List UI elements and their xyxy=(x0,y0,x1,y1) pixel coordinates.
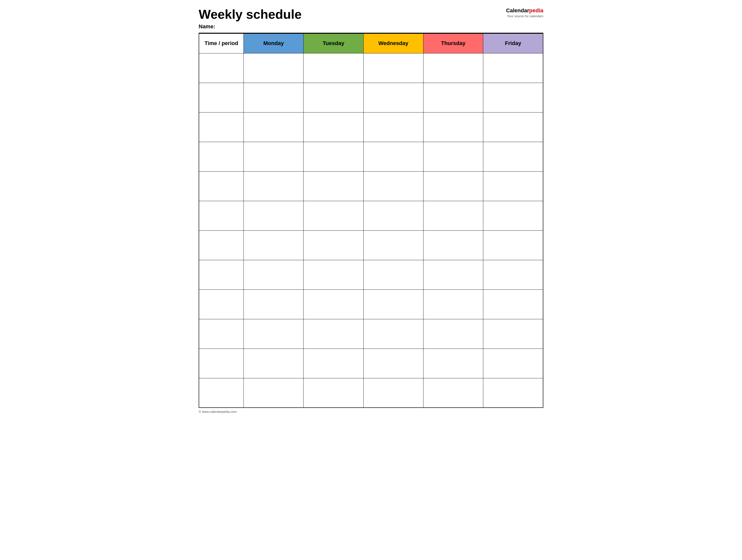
schedule-cell[interactable] xyxy=(304,201,363,230)
time-cell[interactable] xyxy=(199,53,244,83)
schedule-cell[interactable] xyxy=(304,171,363,201)
schedule-cell[interactable] xyxy=(244,142,304,171)
schedule-cell[interactable] xyxy=(304,230,363,260)
schedule-cell[interactable] xyxy=(363,348,423,378)
schedule-cell[interactable] xyxy=(483,83,543,112)
schedule-cell[interactable] xyxy=(244,201,304,230)
schedule-cell[interactable] xyxy=(483,260,543,289)
schedule-cell[interactable] xyxy=(304,378,363,408)
col-time-label: Time / period xyxy=(205,40,238,46)
table-row xyxy=(199,201,543,230)
col-header-time: Time / period xyxy=(199,34,244,53)
table-row xyxy=(199,348,543,378)
schedule-cell[interactable] xyxy=(423,378,483,408)
schedule-cell[interactable] xyxy=(244,348,304,378)
schedule-cell[interactable] xyxy=(483,171,543,201)
table-row xyxy=(199,53,543,83)
schedule-cell[interactable] xyxy=(304,260,363,289)
schedule-cell[interactable] xyxy=(483,112,543,142)
schedule-cell[interactable] xyxy=(363,289,423,319)
schedule-cell[interactable] xyxy=(423,260,483,289)
time-cell[interactable] xyxy=(199,230,244,260)
schedule-cell[interactable] xyxy=(244,171,304,201)
time-cell[interactable] xyxy=(199,171,244,201)
schedule-cell[interactable] xyxy=(483,319,543,348)
table-header-row: Time / period Monday Tuesday Wednesday T… xyxy=(199,34,543,53)
col-wednesday-label: Wednesday xyxy=(378,40,409,46)
logo-subtitle: Your source for calendars xyxy=(506,14,543,18)
col-thursday-label: Thursday xyxy=(441,40,466,46)
schedule-cell[interactable] xyxy=(423,53,483,83)
schedule-cell[interactable] xyxy=(244,319,304,348)
col-header-friday: Friday xyxy=(483,34,543,53)
schedule-cell[interactable] xyxy=(304,112,363,142)
schedule-cell[interactable] xyxy=(304,83,363,112)
schedule-cell[interactable] xyxy=(304,289,363,319)
schedule-cell[interactable] xyxy=(423,171,483,201)
schedule-cell[interactable] xyxy=(363,83,423,112)
schedule-cell[interactable] xyxy=(423,348,483,378)
time-cell[interactable] xyxy=(199,112,244,142)
schedule-cell[interactable] xyxy=(304,348,363,378)
schedule-cell[interactable] xyxy=(423,201,483,230)
schedule-cell[interactable] xyxy=(363,53,423,83)
table-row xyxy=(199,230,543,260)
schedule-cell[interactable] xyxy=(483,348,543,378)
schedule-cell[interactable] xyxy=(363,260,423,289)
schedule-cell[interactable] xyxy=(244,289,304,319)
name-label: Name: xyxy=(199,23,302,30)
schedule-cell[interactable] xyxy=(304,142,363,171)
schedule-cell[interactable] xyxy=(423,83,483,112)
logo-calendar-text: Calendar xyxy=(506,7,529,13)
logo-pedia-text: pedia xyxy=(529,7,543,13)
schedule-cell[interactable] xyxy=(483,289,543,319)
schedule-cell[interactable] xyxy=(483,230,543,260)
schedule-cell[interactable] xyxy=(363,171,423,201)
time-cell[interactable] xyxy=(199,319,244,348)
schedule-cell[interactable] xyxy=(244,378,304,408)
schedule-cell[interactable] xyxy=(483,142,543,171)
col-header-wednesday: Wednesday xyxy=(363,34,423,53)
table-row xyxy=(199,83,543,112)
schedule-cell[interactable] xyxy=(363,112,423,142)
schedule-cell[interactable] xyxy=(423,319,483,348)
schedule-cell[interactable] xyxy=(304,319,363,348)
schedule-cell[interactable] xyxy=(244,83,304,112)
schedule-cell[interactable] xyxy=(244,230,304,260)
schedule-cell[interactable] xyxy=(363,230,423,260)
header: Weekly schedule Name: Calendarpedia Your… xyxy=(199,7,543,30)
schedule-cell[interactable] xyxy=(483,53,543,83)
schedule-cell[interactable] xyxy=(363,201,423,230)
table-row xyxy=(199,142,543,171)
time-cell[interactable] xyxy=(199,378,244,408)
table-body xyxy=(199,53,543,408)
time-cell[interactable] xyxy=(199,201,244,230)
schedule-cell[interactable] xyxy=(483,378,543,408)
schedule-cell[interactable] xyxy=(363,378,423,408)
schedule-cell[interactable] xyxy=(244,112,304,142)
schedule-cell[interactable] xyxy=(363,319,423,348)
schedule-cell[interactable] xyxy=(423,112,483,142)
schedule-cell[interactable] xyxy=(244,53,304,83)
schedule-cell[interactable] xyxy=(423,142,483,171)
page-title: Weekly schedule xyxy=(199,7,302,21)
schedule-cell[interactable] xyxy=(244,260,304,289)
copyright-text: © www.calendarpedia.com xyxy=(199,410,236,413)
col-tuesday-label: Tuesday xyxy=(323,40,344,46)
col-header-thursday: Thursday xyxy=(423,34,483,53)
title-section: Weekly schedule Name: xyxy=(199,7,302,30)
time-cell[interactable] xyxy=(199,348,244,378)
time-cell[interactable] xyxy=(199,142,244,171)
time-cell[interactable] xyxy=(199,289,244,319)
time-cell[interactable] xyxy=(199,83,244,112)
table-row xyxy=(199,260,543,289)
schedule-cell[interactable] xyxy=(423,289,483,319)
schedule-cell[interactable] xyxy=(363,142,423,171)
schedule-cell[interactable] xyxy=(304,53,363,83)
logo-text: Calendarpedia xyxy=(506,7,543,14)
page-wrapper: Weekly schedule Name: Calendarpedia Your… xyxy=(199,7,543,413)
schedule-cell[interactable] xyxy=(483,201,543,230)
table-row xyxy=(199,289,543,319)
time-cell[interactable] xyxy=(199,260,244,289)
schedule-cell[interactable] xyxy=(423,230,483,260)
